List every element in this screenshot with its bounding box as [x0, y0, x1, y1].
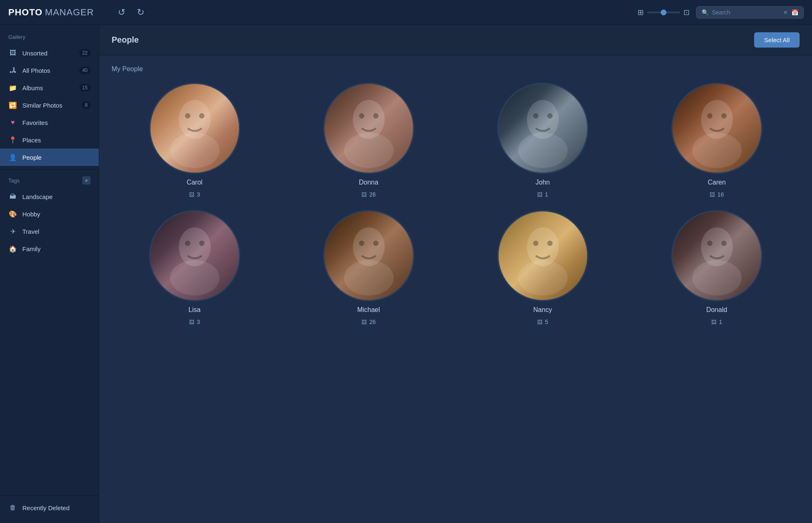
photo-count-icon: 🖼: [709, 192, 715, 198]
all-photos-count: 40: [79, 67, 91, 74]
sidebar-item-all-photos[interactable]: 🏞 All Photos 40: [0, 62, 99, 79]
app-logo: PHOTO MANAGER: [8, 7, 94, 18]
gallery-section-label: Gallery: [0, 31, 99, 44]
svg-point-24: [199, 241, 204, 246]
sidebar-item-similar-photos[interactable]: 🔁 Similar Photos 8: [0, 96, 99, 114]
person-card-nancy[interactable]: Nancy🖼5: [460, 210, 626, 325]
travel-icon: ✈: [8, 227, 17, 236]
search-input[interactable]: [712, 9, 780, 16]
redo-button[interactable]: ↻: [134, 5, 148, 19]
people-label: People: [22, 154, 91, 161]
person-name-donald: Donald: [706, 306, 727, 314]
person-count-text-nancy: 5: [545, 319, 548, 325]
svg-point-2: [170, 133, 220, 168]
albums-icon: 📁: [8, 83, 17, 92]
logo-photo: PHOTO: [8, 7, 43, 18]
photo-count-icon: 🖼: [361, 192, 367, 198]
svg-point-9: [373, 113, 378, 119]
sidebar-item-travel[interactable]: ✈ Travel: [0, 223, 99, 240]
person-count-text-lisa: 3: [197, 319, 200, 325]
sidebar-item-landscape[interactable]: 🏔 Landscape: [0, 188, 99, 205]
avatar-donna: [323, 83, 414, 174]
sidebar-divider-1: [0, 169, 99, 170]
sidebar-item-places[interactable]: 📍 Places: [0, 131, 99, 149]
person-card-donald[interactable]: Donald🖼1: [634, 210, 800, 325]
photo-count-icon: 🖼: [189, 192, 194, 198]
undo-button[interactable]: ↺: [115, 5, 129, 19]
albums-count: 15: [79, 84, 91, 91]
view-size-slider[interactable]: ⊞ ⊡: [638, 8, 690, 17]
person-name-john: John: [535, 179, 550, 186]
person-card-michael[interactable]: Michael🖼26: [286, 210, 451, 325]
svg-point-3: [185, 113, 190, 119]
person-card-caren[interactable]: Caren🖼16: [634, 83, 800, 198]
sidebar-bottom: 🗑 Recently Deleted: [0, 495, 99, 516]
content-title: People: [112, 35, 754, 45]
person-count-text-donald: 1: [719, 319, 722, 325]
recently-deleted-icon: 🗑: [8, 503, 17, 512]
similar-photos-count: 8: [82, 101, 91, 109]
people-icon: 👤: [8, 153, 17, 162]
header-tools: ↺ ↻: [115, 5, 148, 19]
person-count-donna: 🖼26: [361, 191, 376, 198]
favorites-icon: ♥: [8, 118, 17, 127]
svg-point-19: [721, 113, 726, 119]
landscape-icon: 🏔: [8, 192, 17, 201]
header-right: ⊞ ⊡ 🔍 ✕ 📅: [638, 6, 804, 19]
photo-count-icon: 🖼: [711, 319, 716, 325]
sidebar-item-recently-deleted[interactable]: 🗑 Recently Deleted: [0, 499, 99, 516]
svg-point-22: [170, 260, 220, 296]
add-tag-button[interactable]: +: [82, 176, 91, 185]
tags-section-label: Tags: [8, 178, 79, 184]
sidebar-item-favorites[interactable]: ♥ Favorites: [0, 114, 99, 131]
svg-point-18: [707, 113, 712, 119]
svg-point-13: [533, 113, 538, 119]
person-card-lisa[interactable]: Lisa🖼3: [112, 210, 277, 325]
person-count-text-carol: 3: [197, 191, 200, 198]
search-clear-icon[interactable]: ✕: [783, 9, 788, 16]
sidebar-item-albums[interactable]: 📁 Albums 15: [0, 79, 99, 96]
search-calendar-icon[interactable]: 📅: [791, 9, 798, 16]
similar-photos-icon: 🔁: [8, 101, 17, 110]
svg-point-17: [692, 133, 742, 168]
all-photos-icon: 🏞: [8, 66, 17, 75]
search-icon: 🔍: [702, 9, 709, 16]
unsorted-count: 22: [79, 49, 91, 57]
section-title: My People: [112, 65, 800, 73]
person-card-john[interactable]: John🖼1: [460, 83, 626, 198]
view-small-icon: ⊞: [638, 8, 644, 17]
person-count-text-john: 1: [545, 191, 548, 198]
person-count-donald: 🖼1: [711, 319, 722, 325]
person-card-donna[interactable]: Donna🖼26: [286, 83, 451, 198]
person-count-lisa: 🖼3: [189, 319, 200, 325]
person-name-caren: Caren: [708, 179, 726, 186]
sidebar-item-unsorted[interactable]: 🖼 Unsorted 22: [0, 44, 99, 62]
person-count-caren: 🖼16: [709, 191, 724, 198]
landscape-label: Landscape: [22, 193, 91, 200]
search-bar: 🔍 ✕ 📅: [696, 6, 804, 19]
view-large-icon: ⊡: [683, 8, 690, 17]
svg-point-37: [692, 260, 742, 296]
family-label: Family: [22, 245, 91, 252]
sidebar-item-hobby[interactable]: 🎨 Hobby: [0, 205, 99, 223]
avatar-michael: [323, 210, 414, 301]
person-count-carol: 🖼3: [189, 191, 200, 198]
select-all-button[interactable]: Select All: [754, 32, 800, 48]
main-content: People Select All My People Carol🖼3 Donn…: [99, 25, 812, 523]
slider-track[interactable]: [647, 12, 680, 13]
svg-point-28: [359, 241, 364, 246]
unsorted-label: Unsorted: [22, 50, 74, 57]
sidebar-item-family[interactable]: 🏠 Family: [0, 240, 99, 257]
person-name-carol: Carol: [186, 179, 202, 186]
person-count-text-caren: 16: [717, 191, 724, 198]
person-card-carol[interactable]: Carol🖼3: [112, 83, 277, 198]
sidebar-item-people[interactable]: 👤 People: [0, 149, 99, 166]
slider-thumb: [661, 10, 666, 15]
svg-point-29: [373, 241, 378, 246]
person-name-donna: Donna: [359, 179, 378, 186]
people-grid: Carol🖼3 Donna🖼26 John🖼1 Caren🖼16 Lisa🖼3: [112, 83, 800, 325]
logo-manager: MANAGER: [45, 7, 94, 18]
similar-photos-label: Similar Photos: [22, 102, 77, 109]
main-layout: Gallery 🖼 Unsorted 22 🏞 All Photos 40 📁 …: [0, 25, 812, 523]
sidebar: Gallery 🖼 Unsorted 22 🏞 All Photos 40 📁 …: [0, 25, 99, 523]
